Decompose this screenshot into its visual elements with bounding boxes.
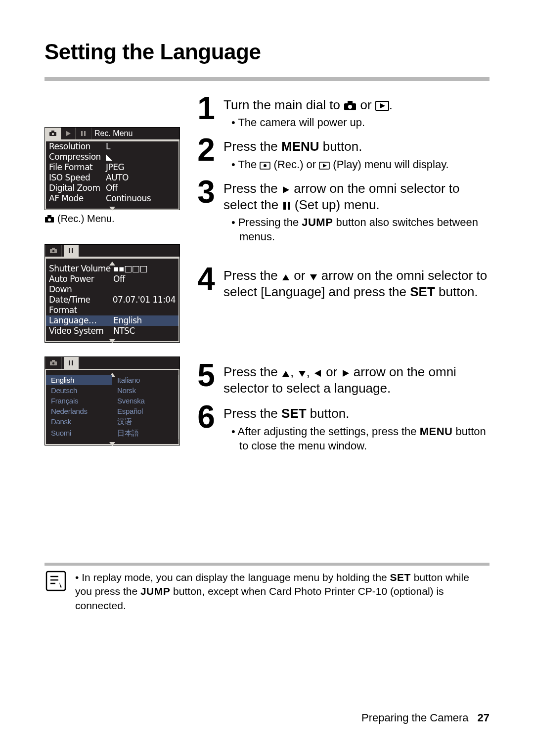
lcd-row-key: Shutter Volume	[49, 264, 113, 274]
step-number: 3	[194, 178, 219, 244]
tip-note: In replay mode, you can display the lang…	[44, 563, 490, 613]
svg-marker-33	[283, 186, 289, 193]
svg-marker-37	[310, 274, 317, 280]
lang-cell: Deutsch	[46, 385, 112, 396]
tab-play-icon	[61, 128, 76, 139]
svg-point-9	[48, 218, 51, 221]
lcd-row-key: ISO Speed	[49, 173, 106, 183]
lang-cell: 汉语	[112, 416, 178, 428]
svg-point-12	[52, 250, 54, 252]
lcd-row-key: Language…	[49, 315, 113, 326]
page-footer: Preparing the Camera27	[361, 712, 490, 724]
svg-rect-18	[52, 360, 55, 362]
steps-column: 1 Turn the main dial to or . The camera …	[194, 95, 490, 460]
note-icon	[45, 571, 66, 591]
tab-camera-icon	[45, 245, 62, 257]
rec-icon	[260, 162, 270, 170]
svg-rect-11	[52, 248, 55, 250]
lcd-row-val: JPEG	[106, 162, 176, 173]
lcd-rec-menu: Rec. Menu ResolutionL Compression◣ File …	[44, 127, 180, 210]
arrow-left-icon	[313, 369, 322, 378]
svg-rect-1	[51, 131, 54, 133]
svg-marker-39	[299, 371, 306, 377]
step-head: Press the MENU button.	[223, 138, 490, 155]
svg-rect-34	[283, 202, 286, 210]
lang-cell: Français	[46, 396, 112, 406]
svg-rect-4	[81, 131, 83, 136]
lang-cell: Norsk	[112, 385, 178, 396]
lcd-row-val: ▪▪□□□	[113, 264, 176, 274]
step-3: 3 Press the arrow on the omni selector t…	[194, 178, 490, 244]
tab-camera-icon	[45, 357, 62, 369]
tab-setup-icon	[64, 357, 79, 369]
step-bullet: The camera will power up.	[231, 115, 490, 130]
lcd-title: Rec. Menu	[91, 129, 133, 138]
play-icon	[319, 162, 330, 170]
svg-marker-41	[343, 370, 349, 377]
svg-rect-20	[69, 360, 70, 365]
svg-point-19	[52, 362, 54, 364]
step-head: Turn the main dial to or .	[223, 97, 490, 113]
step-head: Press the , , or arrow on the omni selec…	[223, 364, 490, 397]
lcd-setup-menu: Shutter Volume▪▪□□□ Auto Power DownOff D…	[44, 244, 180, 343]
arrow-down-icon	[298, 370, 307, 378]
lcd-row-val: NTSC	[113, 326, 176, 336]
lcd-row-key: Digital Zoom	[49, 183, 106, 193]
divider	[44, 77, 490, 81]
lcd-row-val: ◣	[106, 152, 176, 162]
tab-setup-icon	[64, 245, 79, 257]
lcd-row-key: Compression	[49, 152, 106, 162]
svg-rect-5	[84, 131, 86, 136]
step-bullet: After adjusting the settings, press the …	[231, 424, 490, 453]
step-number: 5	[194, 362, 219, 397]
language-grid: EnglishItaliano DeutschNorsk FrançaisSve…	[46, 375, 178, 439]
setup-icon	[282, 201, 291, 211]
lang-cell: English	[46, 375, 112, 385]
lcd-row-key: Video System	[49, 326, 113, 336]
lcd-language-menu: EnglishItaliano DeutschNorsk FrançaisSve…	[44, 356, 180, 445]
step-head: Press the or arrow on the omni selector …	[223, 267, 490, 301]
svg-marker-32	[323, 164, 327, 168]
step-5: 5 Press the , , or arrow on the omni sel…	[194, 362, 490, 397]
tab-camera-icon	[45, 128, 61, 139]
step-number: 2	[194, 136, 219, 171]
step-bullet: Pressing the JUMP button also switches b…	[231, 215, 490, 244]
lcd-row-val: Continuous	[106, 193, 176, 204]
page-title: Setting the Language	[44, 40, 490, 64]
lcd-row-val: 07.07.'01 11:04	[98, 295, 176, 305]
lcd-row-key: Resolution	[49, 141, 106, 152]
arrow-down-icon	[309, 273, 318, 281]
svg-rect-35	[288, 202, 290, 210]
svg-point-26	[348, 105, 352, 109]
svg-marker-38	[282, 371, 289, 377]
arrow-right-icon	[341, 369, 350, 378]
play-icon	[375, 101, 389, 111]
lang-cell: Nederlands	[46, 406, 112, 416]
arrow-up-icon	[281, 273, 290, 281]
step-2: 2 Press the MENU button. The (Rec.) or (…	[194, 136, 490, 171]
note-text: In replay mode, you can display the lang…	[75, 571, 489, 613]
step-6: 6 Press the SET button. After adjusting …	[194, 403, 490, 452]
lcd-row-key: Date/Time	[49, 295, 98, 305]
svg-rect-8	[47, 215, 51, 218]
lang-cell: Svenska	[112, 396, 178, 406]
lang-cell: 日本語	[112, 428, 178, 439]
step-4: 4 Press the or arrow on the omni selecto…	[194, 266, 490, 301]
svg-rect-13	[69, 248, 70, 253]
step-head: Press the SET button.	[223, 405, 490, 422]
lang-cell: Italiano	[112, 375, 178, 385]
step-bullet: The (Rec.) or (Play) menu will display.	[231, 157, 490, 172]
lang-cell: Suomi	[46, 428, 112, 439]
lcd-row-val: AUTO	[106, 173, 176, 183]
divider	[44, 563, 490, 566]
svg-rect-42	[46, 572, 65, 590]
lcd-row-val: Off	[113, 274, 176, 295]
tab-setup-icon	[76, 128, 91, 139]
svg-rect-25	[348, 101, 353, 104]
lcd-row-val: English	[113, 315, 176, 326]
left-column: Rec. Menu ResolutionL Compression◣ File …	[44, 95, 180, 460]
svg-point-2	[52, 133, 54, 135]
lcd-row-key: AF Mode	[49, 193, 106, 204]
svg-marker-16	[109, 339, 115, 343]
step-number: 1	[194, 95, 219, 130]
